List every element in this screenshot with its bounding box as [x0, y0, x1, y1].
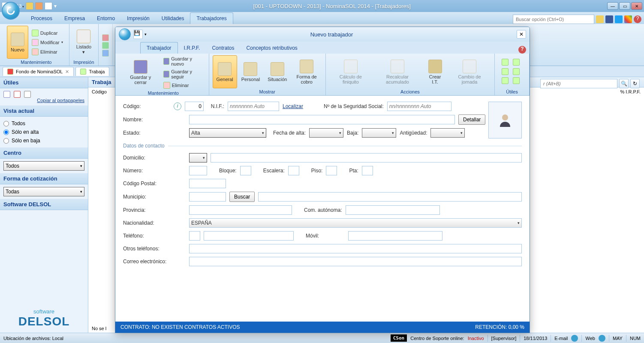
- bloque-input[interactable]: [240, 166, 251, 175]
- otros-tel-input[interactable]: [189, 244, 522, 253]
- tab-impresion[interactable]: Impresión: [121, 13, 156, 24]
- guardar-seguir-button[interactable]: Guardar y seguir: [161, 68, 205, 80]
- qat-folder-icon[interactable]: [26, 2, 33, 10]
- situacion-button[interactable]: Situación: [264, 55, 290, 88]
- photo-box[interactable]: [488, 102, 522, 138]
- municipio-name-input[interactable]: [258, 192, 522, 202]
- dlg-tab-trabajador[interactable]: Trabajador: [140, 42, 178, 54]
- nif-input[interactable]: [228, 102, 279, 111]
- municipio-code-input[interactable]: [189, 192, 226, 202]
- codigo-input[interactable]: [185, 102, 204, 111]
- nuevo-button[interactable]: Nuevo: [7, 26, 28, 59]
- piso-input[interactable]: [326, 166, 337, 175]
- correo-input[interactable]: [189, 257, 522, 266]
- tab-empresa[interactable]: Empresa: [58, 13, 91, 24]
- nacionalidad-select[interactable]: ESPAÑA: [189, 218, 522, 228]
- close-button[interactable]: ✕: [631, 2, 642, 10]
- app-orb-icon[interactable]: [2, 2, 20, 20]
- email-icon[interactable]: [571, 335, 578, 342]
- personal-button[interactable]: Personal: [238, 55, 263, 88]
- crear-it-button[interactable]: Crear I.T.: [423, 55, 447, 88]
- telefono-input[interactable]: [204, 231, 294, 241]
- dlg-eliminar-button[interactable]: Eliminar: [161, 81, 205, 90]
- email-link[interactable]: E-mail: [554, 336, 568, 341]
- util-icon-6[interactable]: [513, 77, 520, 84]
- cambio-jornada-button[interactable]: Cambio de jornada: [448, 55, 491, 88]
- util-icon-2[interactable]: [513, 59, 520, 66]
- provincia-input[interactable]: [189, 205, 292, 215]
- tab-trabajadores[interactable]: Trabajadores: [190, 12, 233, 24]
- numero-input[interactable]: [189, 166, 207, 175]
- antiguedad-input[interactable]: [430, 128, 465, 138]
- search-icon[interactable]: 🔍: [619, 79, 629, 88]
- web-link[interactable]: Web: [585, 336, 595, 341]
- qat-lock-icon[interactable]: [35, 2, 43, 10]
- guardar-nuevo-button[interactable]: Guardar y nuevo: [161, 55, 205, 67]
- util-icon-1[interactable]: [502, 59, 509, 66]
- web-icon[interactable]: [599, 335, 605, 342]
- radio-todos[interactable]: Todos: [3, 119, 84, 128]
- escalera-input[interactable]: [288, 166, 299, 175]
- cp-input[interactable]: [189, 179, 226, 188]
- buscar-municipio-button[interactable]: Buscar: [229, 192, 255, 202]
- facebook-icon[interactable]: [605, 15, 613, 23]
- dlg-tab-irpf[interactable]: I.R.P.F.: [178, 42, 206, 54]
- baja-input[interactable]: [362, 128, 396, 138]
- tab-utilidades[interactable]: Utilidades: [156, 13, 190, 24]
- dialog-close-button[interactable]: ✕: [517, 30, 526, 39]
- minimize-button[interactable]: —: [607, 2, 618, 10]
- tab-entorno[interactable]: Entorno: [91, 13, 121, 24]
- fecha-alta-input[interactable]: [309, 128, 343, 138]
- estado-select[interactable]: Alta: [189, 128, 266, 138]
- content-search-input[interactable]: [540, 79, 617, 88]
- tab-procesos[interactable]: Procesos: [25, 13, 58, 24]
- close-tab-icon[interactable]: ✕: [65, 69, 69, 75]
- qat-refresh-icon[interactable]: [45, 2, 52, 10]
- domicilio-tipo-select[interactable]: [189, 153, 207, 162]
- util-icon-5[interactable]: [502, 77, 509, 84]
- movil-input[interactable]: [348, 231, 442, 241]
- shortcut-icon[interactable]: [596, 15, 604, 23]
- refresh-icon[interactable]: ↻: [630, 79, 640, 88]
- centro-select[interactable]: Todos: [3, 161, 84, 171]
- util-icon-4[interactable]: [513, 68, 520, 75]
- dlg-tab-conceptos[interactable]: Conceptos retributivos: [240, 42, 303, 54]
- dialog-help-icon[interactable]: ?: [518, 46, 526, 54]
- copy-clipboard-link[interactable]: Copiar al portapapeles: [37, 98, 84, 103]
- dialog-save-icon[interactable]: 💾: [133, 30, 143, 39]
- com-autonoma-input[interactable]: [346, 205, 440, 215]
- forma-select[interactable]: Todas: [3, 187, 84, 196]
- info-icon[interactable]: i: [174, 102, 181, 110]
- twitter-icon[interactable]: [615, 15, 623, 23]
- localizar-link[interactable]: Localizar: [283, 103, 303, 109]
- nss-input[interactable]: [387, 102, 451, 111]
- detallar-button[interactable]: Detallar: [458, 114, 485, 125]
- guardar-cerrar-button[interactable]: Guardar y cerrar: [121, 55, 160, 90]
- help-icon[interactable]: ?: [634, 15, 641, 23]
- telefono-prefix-input[interactable]: [189, 231, 200, 241]
- pta-input[interactable]: [362, 166, 373, 175]
- duplicar-button[interactable]: Duplicar: [29, 29, 66, 37]
- doc-tab-trabajadores[interactable]: Trabaja: [75, 67, 109, 76]
- general-button[interactable]: General: [213, 55, 237, 88]
- check-icon[interactable]: [14, 91, 21, 98]
- grid-icon[interactable]: [24, 91, 31, 98]
- domicilio-input[interactable]: [211, 153, 522, 162]
- modificar-button[interactable]: Modificar▾: [29, 38, 66, 47]
- calendar-icon[interactable]: [3, 91, 10, 98]
- doc-tab-fondo[interactable]: Fondo de NominaSOL ✕: [3, 67, 74, 76]
- nombre-input[interactable]: [189, 115, 455, 124]
- dialog-orb-icon[interactable]: [119, 28, 131, 40]
- radio-solo-baja[interactable]: Sólo en baja: [3, 136, 84, 145]
- calc-finiquito-button[interactable]: Cálculo de finiquito: [329, 55, 372, 88]
- eliminar-button[interactable]: Eliminar: [29, 48, 66, 56]
- search-input[interactable]: [513, 15, 594, 24]
- listado-button[interactable]: Listado▾: [73, 26, 95, 59]
- dlg-tab-contratos[interactable]: Contratos: [206, 42, 240, 54]
- google-icon[interactable]: [624, 15, 632, 23]
- recalcular-button[interactable]: Recalcular acumulado: [373, 55, 422, 88]
- maximize-button[interactable]: ▭: [619, 2, 630, 10]
- util-icon-3[interactable]: [502, 68, 509, 75]
- radio-solo-alta[interactable]: Sólo en alta: [3, 128, 84, 136]
- forma-cobro-button[interactable]: Forma de cobro: [291, 55, 322, 88]
